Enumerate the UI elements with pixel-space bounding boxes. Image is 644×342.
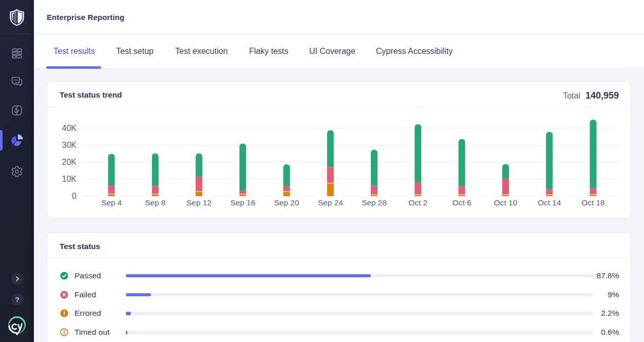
svg-text:Oct 6: Oct 6 [452,198,471,207]
svg-text:Sep 4: Sep 4 [101,198,122,207]
svg-text:Oct 2: Oct 2 [409,198,428,207]
svg-text:Sep 28: Sep 28 [362,198,387,207]
svg-text:40K: 40K [62,124,77,132]
svg-text:30K: 30K [62,141,77,149]
svg-text:Sep 8: Sep 8 [145,198,165,207]
svg-text:10K: 10K [62,175,77,183]
svg-text:0: 0 [72,192,77,200]
svg-text:20K: 20K [62,158,77,166]
svg-text:Oct 18: Oct 18 [581,198,604,207]
svg-text:Sep 12: Sep 12 [186,198,212,207]
svg-text:Sep 16: Sep 16 [230,198,255,207]
svg-text:Oct 10: Oct 10 [494,198,517,207]
svg-text:Sep 24: Sep 24 [318,198,343,207]
svg-text:Oct 14: Oct 14 [538,198,561,207]
svg-text:Sep 20: Sep 20 [274,198,299,207]
